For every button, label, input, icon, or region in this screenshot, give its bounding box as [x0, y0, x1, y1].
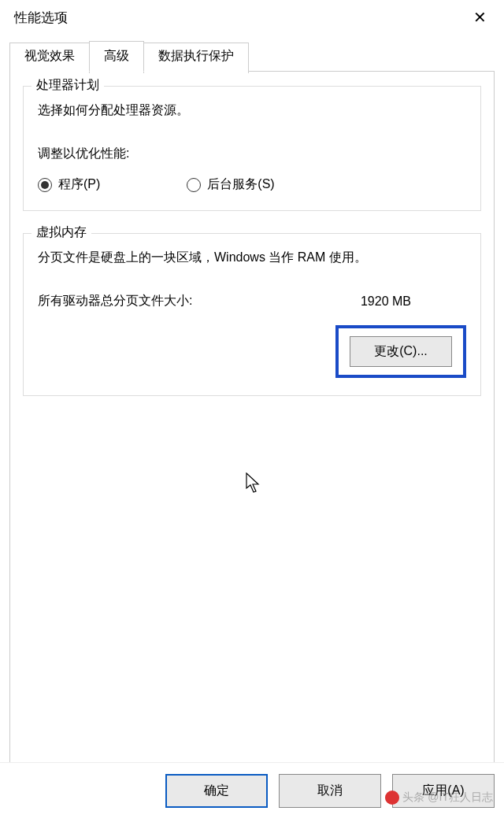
window-title: 性能选项 — [14, 9, 68, 27]
vmem-button-row: 更改(C)... — [38, 325, 466, 378]
radio-icon — [38, 178, 52, 192]
vmem-total-label: 所有驱动器总分页文件大小: — [38, 293, 192, 309]
vmem-desc: 分页文件是硬盘上的一块区域，Windows 当作 RAM 使用。 — [38, 250, 466, 266]
apply-button[interactable]: 应用(A) — [392, 774, 495, 808]
tab-advanced[interactable]: 高级 — [89, 41, 144, 72]
radio-label: 后台服务(S) — [207, 176, 274, 193]
tab-strip: 视觉效果 高级 数据执行保护 — [9, 41, 495, 72]
processor-desc: 选择如何分配处理器资源。 — [38, 102, 466, 119]
radio-label: 程序(P) — [58, 176, 100, 193]
tab-label: 数据执行保护 — [158, 49, 234, 62]
button-label: 应用(A) — [422, 783, 464, 797]
close-icon[interactable]: ✕ — [467, 6, 493, 28]
radio-option-background[interactable]: 后台服务(S) — [187, 176, 274, 193]
vmem-total-value: 1920 MB — [361, 294, 411, 309]
button-label: 确定 — [204, 783, 229, 797]
tab-visual-effects[interactable]: 视觉效果 — [9, 43, 90, 73]
title-bar: 性能选项 ✕ — [0, 0, 504, 35]
group-title: 处理器计划 — [32, 77, 104, 94]
button-label: 取消 — [317, 783, 343, 797]
tab-label: 高级 — [104, 49, 129, 62]
change-button-highlight: 更改(C)... — [335, 325, 466, 378]
group-processor-scheduling: 处理器计划 选择如何分配处理器资源。 调整以优化性能: 程序(P) 后台服务(S… — [23, 86, 481, 211]
button-label: 更改(C)... — [374, 344, 428, 357]
group-title: 虚拟内存 — [32, 224, 91, 241]
group-virtual-memory: 虚拟内存 分页文件是硬盘上的一块区域，Windows 当作 RAM 使用。 所有… — [23, 233, 481, 396]
radio-group-performance: 程序(P) 后台服务(S) — [38, 176, 466, 193]
dialog-button-bar: 确定 取消 应用(A) — [0, 762, 504, 822]
vmem-total-row: 所有驱动器总分页文件大小: 1920 MB — [38, 293, 466, 309]
radio-option-programs[interactable]: 程序(P) — [38, 176, 100, 193]
tab-dep[interactable]: 数据执行保护 — [143, 43, 249, 73]
cancel-button[interactable]: 取消 — [279, 774, 381, 808]
radio-icon — [187, 178, 201, 192]
ok-button[interactable]: 确定 — [165, 774, 268, 808]
tab-panel-advanced: 处理器计划 选择如何分配处理器资源。 调整以优化性能: 程序(P) 后台服务(S… — [9, 71, 495, 764]
change-button[interactable]: 更改(C)... — [350, 336, 452, 367]
tab-label: 视觉效果 — [24, 49, 75, 62]
adjust-label: 调整以优化性能: — [38, 146, 466, 162]
